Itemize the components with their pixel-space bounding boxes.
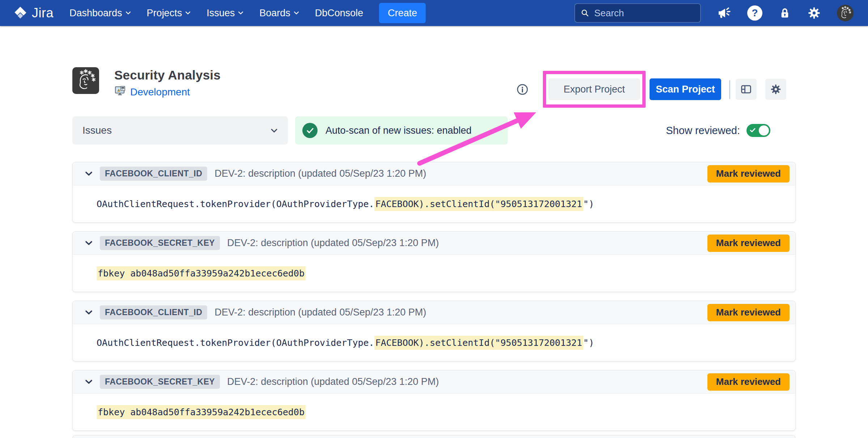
project-settings-button[interactable]	[765, 79, 786, 100]
help-icon[interactable]: ?	[747, 5, 762, 21]
issue-summary: DEV-2: description (updated 05/Sep/23 1:…	[214, 168, 426, 179]
chevron-down-icon	[125, 11, 131, 15]
collapse-chevron-icon[interactable]	[85, 379, 93, 384]
secret-highlight: FACEBOOK).setClientId("950513172001321	[374, 336, 583, 350]
code-line: OAuthClientRequest.tokenProvider(OAuthPr…	[97, 199, 594, 209]
secret-highlight: fbkey ab048ad50ffa33959a242b1ecec6ed0b	[97, 266, 306, 280]
details-panel-icon	[740, 83, 752, 95]
jira-app: Jira Dashboards Projects Issues Boards	[0, 0, 868, 438]
secret-highlight: fbkey ab048ad50ffa33959a242b1ecec6ed0b	[97, 405, 306, 419]
finding-type-badge: FACEBOOK_CLIENT_ID	[100, 305, 207, 319]
search-box	[574, 3, 701, 23]
autoscan-banner: Auto-scan of new issues: enabled	[295, 116, 508, 145]
show-reviewed-control: Show reviewed:	[662, 116, 770, 145]
project-avatar	[72, 67, 99, 94]
info-icon[interactable]	[516, 83, 528, 97]
autoscan-banner-text: Auto-scan of new issues: enabled	[326, 125, 472, 136]
finding-type-badge: FACEBOOK_SECRET_KEY	[100, 236, 220, 250]
finding-snippet: OAuthClientRequest.tokenProvider(OAuthPr…	[73, 324, 795, 361]
create-button[interactable]: Create	[379, 3, 426, 23]
issues-filter-dropdown[interactable]: Issues	[72, 116, 288, 145]
search-icon	[581, 8, 589, 18]
card-header[interactable]: FACEBOOK_CLIENT_ID DEV-2: description (u…	[73, 301, 795, 324]
jira-logo-mark-icon	[13, 5, 28, 21]
search-input[interactable]	[594, 8, 694, 19]
scan-project-button[interactable]: Scan Project	[650, 78, 721, 100]
toggle-knob	[759, 125, 769, 136]
user-avatar[interactable]	[837, 5, 854, 21]
findings-list: FACEBOOK_CLIENT_ID DEV-2: description (u…	[72, 162, 796, 438]
announcement-icon[interactable]	[717, 6, 731, 20]
mark-reviewed-button[interactable]: Mark reviewed	[707, 165, 790, 182]
chevron-down-icon	[185, 11, 191, 15]
finding-card: FACEBOOK_CLIENT_ID DEV-2: description (u…	[72, 301, 796, 361]
brand-name: Jira	[32, 5, 54, 21]
finding-snippet: OAuthClientRequest.tokenProvider(OAuthPr…	[73, 185, 795, 223]
page-title: Security Analysis	[114, 68, 221, 82]
finding-type-badge: FACEBOOK_SECRET_KEY	[100, 375, 220, 389]
finding-snippet: fbkey ab048ad50ffa33959a242b1ecec6ed0b	[73, 394, 795, 431]
secret-highlight: FACEBOOK).setClientId("950513172001321	[374, 197, 583, 211]
nav-item-projects[interactable]: Projects	[147, 8, 191, 19]
finding-card-partial	[72, 435, 796, 438]
nav-item-boards[interactable]: Boards	[259, 8, 299, 19]
chevron-down-icon	[238, 11, 243, 15]
collapse-chevron-icon[interactable]	[85, 310, 93, 315]
show-reviewed-toggle[interactable]	[746, 124, 770, 137]
issue-summary: DEV-2: description (updated 05/Sep/23 1:…	[214, 307, 426, 318]
gear-icon	[770, 83, 782, 95]
code-line: fbkey ab048ad50ffa33959a242b1ecec6ed0b	[97, 407, 306, 417]
nav-item-dashboards[interactable]: Dashboards	[69, 8, 131, 19]
finding-card: FACEBOOK_SECRET_KEY DEV-2: description (…	[72, 370, 796, 431]
toolbar-divider	[729, 80, 730, 99]
check-circle-icon	[302, 123, 318, 138]
development-project-icon	[114, 85, 127, 99]
jira-logo[interactable]: Jira	[13, 5, 54, 21]
check-icon	[750, 128, 756, 133]
project-link[interactable]: Development	[130, 86, 190, 98]
finding-card: FACEBOOK_CLIENT_ID DEV-2: description (u…	[72, 162, 796, 223]
dropdown-value: Issues	[82, 125, 112, 136]
finding-type-badge: FACEBOOK_CLIENT_ID	[100, 167, 207, 181]
code-line: OAuthClientRequest.tokenProvider(OAuthPr…	[97, 338, 594, 348]
chevron-down-icon	[271, 128, 278, 133]
nav-item-issues[interactable]: Issues	[207, 8, 243, 19]
card-header[interactable]: FACEBOOK_SECRET_KEY DEV-2: description (…	[73, 232, 795, 255]
finding-snippet: fbkey ab048ad50ffa33959a242b1ecec6ed0b	[73, 255, 795, 292]
card-header[interactable]: FACEBOOK_SECRET_KEY DEV-2: description (…	[73, 370, 795, 394]
mark-reviewed-button[interactable]: Mark reviewed	[707, 304, 790, 321]
nav-item-dbconsole[interactable]: DbConsole	[315, 8, 363, 19]
lock-icon[interactable]	[778, 7, 791, 20]
export-project-button[interactable]: Export Project	[548, 78, 640, 100]
chevron-down-icon	[294, 11, 299, 15]
show-reviewed-label: Show reviewed:	[666, 125, 740, 137]
nav-menu: Dashboards Projects Issues Boards DbCons…	[69, 8, 363, 19]
top-nav: Jira Dashboards Projects Issues Boards	[0, 0, 868, 26]
mark-reviewed-button[interactable]: Mark reviewed	[707, 235, 790, 252]
issue-summary: DEV-2: description (updated 05/Sep/23 1:…	[227, 376, 439, 387]
card-header[interactable]: FACEBOOK_CLIENT_ID DEV-2: description (u…	[73, 162, 795, 185]
collapse-chevron-icon[interactable]	[85, 241, 93, 245]
gear-icon[interactable]	[807, 6, 821, 20]
collapse-chevron-icon[interactable]	[85, 171, 93, 176]
breadcrumb: Development	[114, 85, 190, 99]
issue-summary: DEV-2: description (updated 05/Sep/23 1:…	[227, 237, 439, 249]
code-line: fbkey ab048ad50ffa33959a242b1ecec6ed0b	[97, 268, 306, 279]
finding-card: FACEBOOK_SECRET_KEY DEV-2: description (…	[72, 231, 796, 292]
details-panel-button[interactable]	[736, 79, 757, 100]
mark-reviewed-button[interactable]: Mark reviewed	[707, 373, 790, 391]
